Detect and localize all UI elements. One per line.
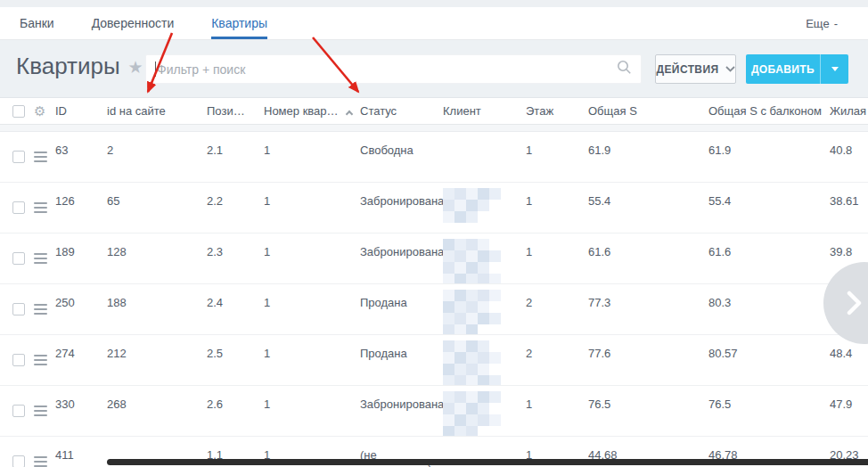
select-all-checkbox[interactable] <box>12 105 25 118</box>
text-cursor <box>155 61 156 77</box>
row-menu-icon[interactable] <box>34 304 47 315</box>
cell-total-area-balcony: 61.6 <box>708 234 830 283</box>
row-menu-icon[interactable] <box>34 202 47 213</box>
cell-status: Забронирована <box>360 234 443 283</box>
cell-total-area: 76.5 <box>588 386 708 436</box>
chevron-down-icon <box>725 66 735 72</box>
cell-apartment-number: 1 <box>264 183 360 233</box>
censored-client-blur <box>443 188 501 223</box>
header-cell-position[interactable]: Пози… <box>207 104 264 118</box>
header-cell-living-area[interactable]: Жилая <box>830 104 868 118</box>
cell-position: 2.3 <box>207 234 264 283</box>
cell-position: 2.6 <box>207 386 264 436</box>
cell-apartment-number: 1 <box>264 132 360 182</box>
row-menu-icon[interactable] <box>34 253 47 264</box>
row-checkbox[interactable] <box>12 405 25 417</box>
star-icon[interactable]: ★ <box>128 57 143 78</box>
cell-apartment-number: 1 <box>264 386 360 436</box>
cell-site-id: 2 <box>107 132 207 182</box>
cell-floor: 1 <box>526 183 588 233</box>
cell-apartment-number: 1 <box>264 335 360 385</box>
table-row[interactable]: 274 212 2.5 1 Продана 2 77.6 80.57 48.4 <box>0 335 868 386</box>
header-cell-id[interactable]: ID <box>55 104 107 118</box>
cell-site-id: 128 <box>107 234 207 283</box>
tab-item[interactable]: Банки <box>20 7 54 39</box>
header-cell-apartment-number[interactable]: Номер квар… <box>264 104 360 118</box>
row-menu-icon[interactable] <box>34 355 47 365</box>
sort-ascending-icon <box>345 111 352 118</box>
cell-position: 2.5 <box>207 335 264 385</box>
header-cell <box>0 105 34 118</box>
cell-floor: 1 <box>526 234 588 283</box>
cell-client <box>443 132 526 182</box>
cell-status: Продана <box>360 335 443 385</box>
row-checkbox[interactable] <box>12 455 25 467</box>
chevron-right-icon <box>847 291 863 315</box>
table-row[interactable]: 330 268 2.6 1 Забронирована 1 76.5 76.5 … <box>0 386 868 437</box>
cell-status: Забронирована <box>360 386 443 436</box>
tab-more-menu[interactable]: Еще - <box>806 7 838 39</box>
page-title-text: Квартиры <box>16 53 120 80</box>
tab-item[interactable]: Квартиры <box>211 7 267 39</box>
horizontal-scrollbar[interactable] <box>107 459 868 465</box>
header-cell-client[interactable]: Клиент <box>443 104 526 118</box>
cell-id: 189 <box>55 234 107 283</box>
cell-status: Забронирована <box>360 183 443 233</box>
cell-client <box>443 234 526 283</box>
row-menu-icon[interactable] <box>34 406 47 416</box>
tab-item[interactable]: Доверенности <box>92 7 175 39</box>
row-menu-icon[interactable] <box>34 456 47 467</box>
table-row[interactable]: 189 128 2.3 1 Забронирована 1 61.6 61.6 … <box>0 234 868 284</box>
header-cell-status[interactable]: Статус <box>360 104 443 119</box>
cell-floor: 2 <box>526 284 588 334</box>
cell-client <box>443 284 526 334</box>
grid-header-row: ⚙ ID id на сайте Пози… Номер квар… Стату… <box>0 98 868 125</box>
filter-search-input[interactable] <box>157 62 611 77</box>
cell-id: 63 <box>55 132 107 182</box>
grid-header-gap <box>0 125 868 132</box>
row-checkbox[interactable] <box>12 151 25 163</box>
table-row[interactable]: 63 2 2.1 1 Свободна 1 61.9 61.9 40.8 <box>0 132 868 183</box>
add-button[interactable]: ДОБАВИТЬ <box>746 54 820 84</box>
header-cell-floor[interactable]: Этаж <box>526 104 588 118</box>
cell-client <box>443 183 526 233</box>
cell-id: 126 <box>55 183 107 233</box>
cell-position: 2.2 <box>207 183 264 233</box>
cell-status: Продана <box>360 284 443 334</box>
cell-id: 250 <box>55 284 107 334</box>
cell-living-area: 40.8 <box>830 132 868 182</box>
header-cell: ⚙ <box>34 104 55 118</box>
cell-id: 274 <box>55 335 107 385</box>
search-icon[interactable] <box>617 60 632 78</box>
row-checkbox[interactable] <box>12 252 25 265</box>
table-row[interactable]: 250 188 2.4 1 Продана 2 77.3 80.3 48.5 <box>0 284 868 335</box>
header-cell-total-area[interactable]: Общая S <box>588 104 708 118</box>
table-row[interactable]: 126 65 2.2 1 Забронирована 1 55.4 55.4 3… <box>0 183 868 234</box>
tab-bar-tabs: БанкиДоверенностиКвартиры <box>20 7 305 39</box>
cell-site-id: 65 <box>107 183 207 233</box>
actions-button[interactable]: ДЕЙСТВИЯ <box>655 54 736 84</box>
cell-total-area: 77.3 <box>588 284 708 334</box>
page-title: Квартиры ★ <box>16 53 143 80</box>
cell-total-area: 61.6 <box>588 234 708 283</box>
row-checkbox[interactable] <box>12 201 25 214</box>
gear-icon[interactable]: ⚙ <box>34 104 45 118</box>
row-checkbox[interactable] <box>12 303 25 315</box>
row-checkbox[interactable] <box>12 354 25 366</box>
cell-total-area: 55.4 <box>588 183 708 233</box>
cell-site-id: 268 <box>107 386 207 436</box>
cell-client <box>443 335 526 385</box>
cell-id: 411 <box>55 437 107 467</box>
row-menu-icon[interactable] <box>34 152 47 162</box>
cell-living-area: 38.61 <box>830 183 868 233</box>
add-dropdown-button[interactable] <box>820 54 848 84</box>
header-cell-site-id[interactable]: id на сайте <box>107 104 207 118</box>
cell-total-area-balcony: 80.3 <box>708 284 830 334</box>
cell-floor: 1 <box>526 386 588 436</box>
censored-client-blur <box>443 340 501 385</box>
dropdown-dash-icon: - <box>834 17 838 30</box>
cell-total-area: 61.9 <box>588 132 708 182</box>
caret-down-icon <box>831 67 839 75</box>
header-cell-total-area-balcony[interactable]: Общая S с балконом <box>708 104 830 118</box>
filter-search-box[interactable] <box>145 54 642 84</box>
